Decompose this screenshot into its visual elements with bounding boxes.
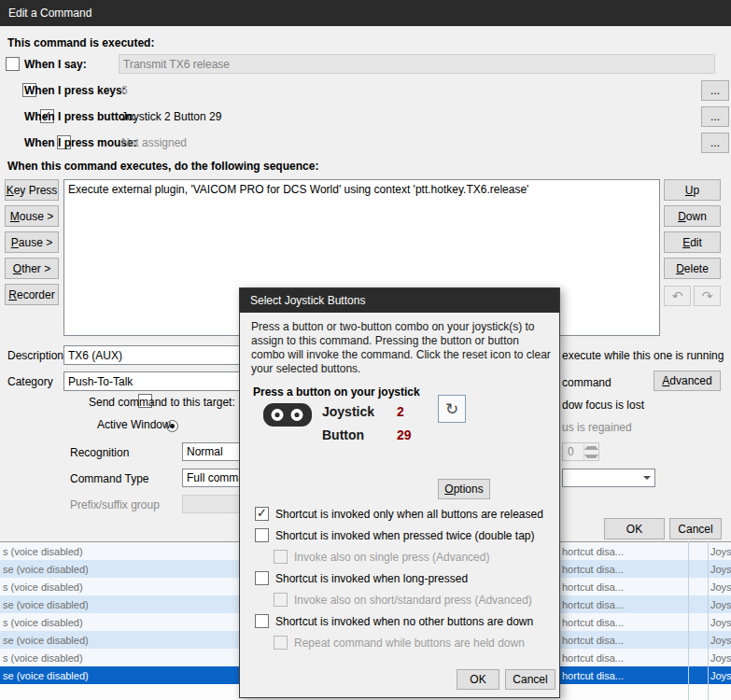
delay-spinner[interactable]: 0 — [562, 442, 599, 461]
ok-label: OK — [626, 523, 642, 536]
options-button[interactable]: Options — [438, 479, 490, 499]
ellipsis-icon: ... — [710, 136, 720, 149]
command-shortcut: hortcut disa... — [562, 581, 624, 593]
button-more-button[interactable]: ... — [701, 106, 729, 127]
chevron-down-icon — [639, 469, 654, 486]
advanced-button[interactable]: Advanced — [654, 371, 721, 391]
single-press-advanced-row: Invoke also on single press (Advanced) — [274, 550, 489, 564]
command-type-label: Command Type — [70, 472, 149, 485]
command-name: s (voice disabled) — [3, 652, 83, 664]
options-label: Options — [444, 483, 483, 496]
description-label: Description — [7, 349, 63, 362]
active-window-label: Active Window — [97, 418, 171, 431]
other-menu-button[interactable]: Other > — [5, 258, 59, 279]
keys-more-button[interactable]: ... — [701, 80, 729, 101]
mouse-more-button[interactable]: ... — [701, 133, 729, 153]
joystick-dialog-titlebar: Select Joystick Buttons — [240, 288, 559, 313]
joystick-number: 2 — [397, 404, 404, 419]
recorder-button[interactable]: Recorder — [5, 284, 59, 305]
sequence-item[interactable]: Execute external plugin, 'VAICOM PRO for… — [64, 180, 659, 199]
command-joystick: Joys — [710, 546, 731, 557]
released-only-checkbox[interactable] — [255, 507, 269, 521]
spinner-arrows[interactable] — [583, 443, 598, 460]
command-shortcut: hortcut disa... — [562, 546, 624, 557]
checkbox-label: Shortcut is invoked when pressed twice (… — [275, 529, 534, 542]
command-name: s (voice disabled) — [3, 581, 83, 593]
recognition-value: Normal — [187, 445, 223, 458]
spinner-up-icon[interactable] — [584, 443, 598, 452]
spinner-down-icon[interactable] — [584, 452, 598, 460]
joystick-button-value: Joystick 2 Button 29 — [121, 110, 221, 123]
down-button[interactable]: Down — [664, 205, 721, 227]
joystick-dialog-title: Select Joystick Buttons — [250, 294, 365, 307]
delete-button[interactable]: Delete — [664, 258, 721, 279]
redo-button[interactable]: ↷ — [694, 286, 721, 306]
right-panel-combo[interactable] — [562, 469, 655, 487]
edit-label: Edit — [682, 236, 702, 249]
joystick-cancel-label: Cancel — [513, 673, 547, 686]
select-joystick-buttons-dialog: Select Joystick Buttons Press a button o… — [239, 287, 560, 698]
mouse-menu-button[interactable]: Mouse > — [5, 205, 59, 227]
edit-button[interactable]: Edit — [664, 231, 721, 253]
no-other-buttons-checkbox[interactable] — [255, 614, 269, 628]
when-i-say-checkbox[interactable] — [6, 57, 20, 71]
command-joystick: Joys — [710, 617, 731, 628]
undo-button[interactable]: ↶ — [664, 286, 691, 306]
when-i-press-keys-label: When I press keys: — [24, 84, 126, 97]
no-other-buttons-row: Shortcut is invoked when no other button… — [255, 614, 533, 628]
command-name: se (voice disabled) — [3, 599, 89, 610]
cancel-button[interactable]: Cancel — [669, 518, 722, 539]
column-divider — [688, 541, 689, 700]
joystick-cancel-button[interactable]: Cancel — [505, 669, 555, 690]
pause-menu-label: Pause > — [11, 236, 52, 249]
joystick-dialog-intro: Press a button or two-button combo on yo… — [251, 320, 554, 376]
edit-command-titlebar: Edit a Command — [0, 0, 731, 26]
button-number: 29 — [397, 427, 412, 442]
reset-icon: ↻ — [445, 399, 458, 419]
focus-regained-fragment: us is regained — [562, 421, 632, 434]
when-i-say-label: When I say: — [24, 58, 87, 71]
button-label: Button — [322, 427, 364, 442]
reset-button[interactable]: ↻ — [438, 395, 466, 423]
command-name: se (voice disabled) — [3, 635, 89, 646]
command-name: se (voice disabled) — [3, 564, 89, 575]
cancel-label: Cancel — [678, 523, 712, 536]
key-press-button[interactable]: Key Press — [5, 179, 59, 201]
spoken-phrase-field[interactable]: Transmit TX6 release — [119, 54, 715, 74]
command-shortcut: hortcut disa... — [562, 617, 624, 628]
checkbox-label: Shortcut is invoked when no other button… — [275, 615, 533, 628]
command-joystick: Joys — [710, 670, 731, 681]
repeat-held-row: Repeat command while buttons are held do… — [274, 636, 525, 650]
single-press-advanced-checkbox — [274, 550, 288, 564]
command-shortcut: hortcut disa... — [562, 564, 624, 575]
command-joystick: Joys — [710, 635, 731, 646]
command-joystick: Joys — [710, 564, 731, 575]
long-press-checkbox[interactable] — [255, 571, 269, 585]
command-joystick: Joys — [710, 581, 731, 593]
checkbox-label: Shortcut is invoked only when all button… — [275, 508, 543, 521]
ok-button[interactable]: OK — [604, 518, 665, 539]
when-i-press-mouse-label: When I press mouse: — [24, 136, 137, 149]
advanced-label: Advanced — [662, 374, 711, 387]
command-joystick: Joys — [710, 599, 731, 610]
command-shortcut: hortcut disa... — [562, 599, 624, 610]
mouse-value: Not assigned — [121, 136, 187, 149]
recorder-label: Recorder — [8, 288, 54, 301]
when-i-press-button-label: When I press button: — [24, 110, 135, 123]
joystick-ok-button[interactable]: OK — [457, 669, 499, 690]
spinner-value: 0 — [563, 443, 583, 460]
long-press-row: Shortcut is invoked when long-pressed — [255, 571, 468, 585]
pause-menu-button[interactable]: Pause > — [5, 231, 59, 253]
description-value: TX6 (AUX) — [68, 349, 122, 362]
checkbox-label: Shortcut is invoked when long-pressed — [275, 572, 468, 585]
command-name: se (voice disabled) — [3, 670, 89, 681]
joystick-ok-label: OK — [470, 673, 485, 686]
checkbox-label: Invoke also on short/standard press (Adv… — [294, 594, 532, 607]
edit-command-title: Edit a Command — [8, 7, 91, 20]
released-only-row: Shortcut is invoked only when all button… — [255, 507, 543, 521]
double-tap-checkbox[interactable] — [255, 528, 269, 542]
spoken-phrase-value: Transmit TX6 release — [123, 58, 230, 71]
send-target-label: Send command to this target: — [89, 396, 235, 409]
command-fragment: command — [562, 376, 612, 389]
up-button[interactable]: Up — [664, 179, 721, 201]
